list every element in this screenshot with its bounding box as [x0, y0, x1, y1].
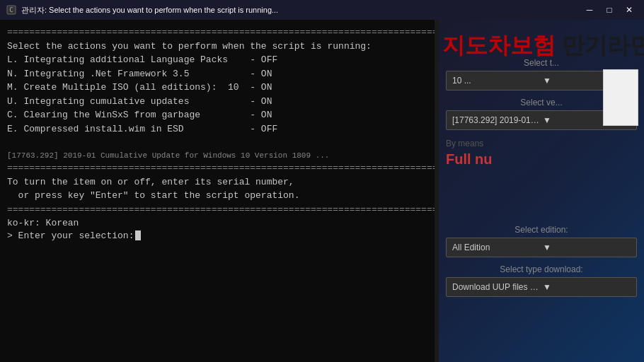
minimize-button[interactable]: ─ [580, 3, 599, 17]
divider-2: ========================================… [7, 161, 432, 175]
by-means-text: By means [446, 139, 637, 148]
ad-white-box [603, 69, 638, 126]
blank-2 [7, 136, 432, 150]
type-dropdown-arrow: ▼ [543, 282, 631, 292]
close-button[interactable]: ✕ [620, 3, 638, 17]
update-value: [17763.292] 2019-01 Cumulative Update fo… [452, 115, 540, 125]
select-build-label: Select t... [446, 58, 637, 68]
divider-3: ========================================… [7, 203, 432, 217]
edition-dropdown[interactable]: All Edition ▼ [446, 238, 637, 257]
menu-item-U: U. Integrating cumulative updates - ON [7, 95, 432, 109]
menu-item-M: M. Create Multiple ISO (all editions): 1… [7, 81, 432, 95]
select-edition-label: Select edition: [446, 225, 637, 235]
edition-dropdown-arrow: ▼ [543, 243, 631, 252]
type-dropdown[interactable]: Download UUP files via Aria2 ▼ [446, 277, 637, 297]
edition-value: All Edition [452, 243, 540, 252]
window-controls: ─ □ ✕ [580, 3, 638, 17]
prompt-text: > Enter your selection: [7, 230, 134, 241]
svg-text:C: C [9, 6, 13, 13]
title-bar: C 관리자: Select the actions you want to pe… [0, 0, 644, 20]
menu-item-C: C. Clearing the WinSxS from garbage - ON [7, 108, 432, 122]
lang-line: ko-kr: Korean [7, 216, 432, 230]
flex-spacer [446, 168, 637, 221]
help-line-1: To turn the item on or off, enter its se… [7, 175, 432, 189]
app-icon: C [6, 4, 17, 16]
intro-line: Select the actions you want to perform w… [7, 40, 432, 54]
prompt-line[interactable]: > Enter your selection: [7, 230, 432, 241]
build-value: 10 ... [452, 76, 540, 86]
window-title: 관리자: Select the actions you want to perf… [21, 5, 580, 16]
update-line: [17763.292] 2019-01 Cumulative Update fo… [7, 150, 432, 162]
divider-1: ========================================… [7, 25, 432, 40]
terminal-pane[interactable]: ========================================… [0, 20, 439, 362]
full-num-text: Full nu [446, 151, 637, 168]
cursor [135, 230, 141, 240]
menu-item-E: E. Compressed install.wim in ESD - OFF [7, 122, 432, 136]
bottom-spacer [446, 300, 637, 356]
help-line-2: or press key "Enter" to start the script… [7, 189, 432, 203]
type-value: Download UUP files via Aria2 [452, 282, 540, 292]
menu-item-L: L. Integrating additional Language Packs… [7, 53, 432, 67]
right-panel: 지도차보험 만기라면? Select t... 10 ... ▼ Select … [439, 20, 644, 362]
select-type-label: Select type download: [446, 264, 637, 274]
top-spacer [446, 25, 637, 54]
main-container: ========================================… [0, 20, 644, 362]
menu-item-N: N. Integrating .Net Framework 3.5 - ON [7, 67, 432, 81]
maximize-button[interactable]: □ [600, 3, 619, 17]
